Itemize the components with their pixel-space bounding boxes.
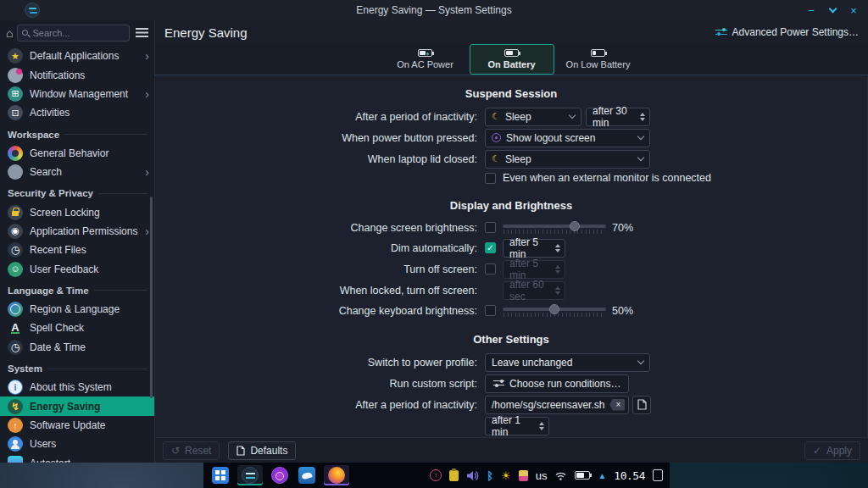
- search-icon: [22, 30, 28, 36]
- minimize-icon[interactable]: −: [805, 4, 817, 16]
- inactivity-action-dropdown[interactable]: ☾ Sleep: [485, 108, 581, 126]
- sidebar-item-notifications[interactable]: Notifications: [0, 65, 154, 84]
- sidebar-item-energy-saving[interactable]: ↯ Energy Saving: [0, 396, 154, 415]
- clock-icon: ◷: [8, 242, 23, 258]
- star-icon: ★: [8, 48, 23, 64]
- search-settings-icon: [8, 164, 23, 180]
- sidebar-scrollbar[interactable]: [150, 197, 153, 398]
- autostart-icon: [8, 456, 23, 463]
- power-profile-dropdown[interactable]: Leave unchanged: [485, 353, 650, 372]
- sidebar-item-spell-check[interactable]: A Spell Check: [0, 319, 154, 337]
- spin-down-icon[interactable]: [539, 427, 544, 430]
- choose-run-conditions-button[interactable]: Choose run conditions…: [485, 374, 629, 393]
- script-delay-spinner[interactable]: after 1 min: [485, 417, 549, 435]
- section-title-other-settings: Other Settings: [155, 333, 867, 346]
- reset-button[interactable]: ↺ Reset: [163, 441, 220, 460]
- tray-app-icon[interactable]: [519, 470, 528, 481]
- hamburger-menu-icon[interactable]: [136, 28, 148, 37]
- page-title: Energy Saving: [164, 25, 248, 40]
- inactivity-delay-spinner[interactable]: after 30 min: [586, 108, 650, 126]
- spin-down-icon[interactable]: [640, 118, 645, 121]
- tray-expand-icon[interactable]: ▲: [598, 471, 606, 480]
- spin-up-icon[interactable]: [640, 113, 645, 116]
- spin-up-icon[interactable]: [539, 422, 544, 425]
- tabbar: On AC Power On Battery On Low Battery: [155, 44, 868, 75]
- permissions-icon: ◉: [8, 224, 23, 239]
- sidebar-item-general-behavior[interactable]: General Behavior: [0, 144, 154, 163]
- section-header-system: System: [0, 357, 154, 378]
- sidebar-item-autostart[interactable]: Autostart: [0, 454, 154, 463]
- script-path-input[interactable]: ×: [485, 396, 629, 414]
- tab-on-low-battery[interactable]: On Low Battery: [556, 44, 641, 75]
- sidebar-item-application-permissions[interactable]: ◉ Application Permissions ›: [0, 222, 154, 241]
- window-title: Energy Saving — System Settings: [356, 4, 511, 16]
- external-monitor-checkbox[interactable]: [485, 173, 496, 184]
- section-title-display-brightness: Display and Brightness: [155, 199, 867, 212]
- tray-brightness-icon[interactable]: ☀: [501, 469, 511, 482]
- sidebar-item-window-management[interactable]: ⊞ Window Management ›: [0, 85, 154, 103]
- taskbar-dolphin-icon[interactable]: [297, 465, 317, 485]
- spin-up-icon[interactable]: [555, 244, 560, 247]
- tray-keyboard-layout[interactable]: us: [536, 469, 548, 482]
- sidebar-item-date-time[interactable]: ◷ Date & Time: [0, 338, 154, 357]
- content: Energy Saving Advanced Power Settings… O…: [155, 20, 868, 463]
- show-desktop-icon[interactable]: [653, 469, 663, 481]
- sidebar-item-activities[interactable]: ⊡ Activities: [0, 103, 154, 122]
- logout-icon: [492, 133, 501, 142]
- lid-action-dropdown[interactable]: ☾ Sleep: [485, 150, 650, 169]
- general-behavior-icon: [8, 146, 23, 161]
- slider-handle[interactable]: [549, 304, 559, 314]
- tray-clipboard-icon[interactable]: [449, 470, 459, 481]
- dim-automatically-checkbox[interactable]: ✓: [485, 242, 496, 253]
- home-icon[interactable]: ⌂: [6, 27, 13, 39]
- keyboard-brightness-slider[interactable]: [503, 303, 606, 319]
- users-icon: [8, 436, 23, 452]
- spin-down-icon[interactable]: [555, 249, 560, 252]
- settings-form: Suspend Session After a period of inacti…: [155, 75, 868, 437]
- sidebar-item-screen-locking[interactable]: Screen Locking: [0, 202, 154, 221]
- taskbar-purple-app-icon[interactable]: [270, 465, 290, 485]
- keyboard-brightness-checkbox[interactable]: [485, 305, 496, 316]
- apply-button[interactable]: ✓ Apply: [804, 441, 860, 460]
- clock-icon: ◷: [8, 340, 23, 355]
- sidebar-item-software-update[interactable]: ↑ Software Update: [0, 416, 154, 435]
- screen-brightness-slider[interactable]: [503, 220, 606, 236]
- sidebar-item-users[interactable]: Users: [0, 435, 154, 453]
- sleep-icon: ☾: [492, 154, 500, 164]
- tray-update-icon[interactable]: ↑: [430, 469, 442, 481]
- taskbar-firefox-icon[interactable]: [324, 465, 349, 485]
- advanced-power-settings-button[interactable]: Advanced Power Settings…: [715, 26, 859, 38]
- clear-text-icon[interactable]: ×: [609, 399, 625, 411]
- sleep-icon: ☾: [492, 112, 500, 121]
- turn-off-screen-checkbox[interactable]: [485, 263, 496, 274]
- energy-icon: ↯: [8, 399, 23, 414]
- browse-file-button[interactable]: [632, 396, 651, 414]
- sidebar: ⌂ ★ Default Applications › Notifications: [0, 20, 155, 463]
- activities-icon: ⊡: [8, 105, 23, 120]
- sidebar-item-about-this-system[interactable]: i About this System: [0, 378, 154, 396]
- power-button-action-dropdown[interactable]: Show logout screen: [485, 129, 650, 147]
- dim-delay-spinner[interactable]: after 5 min: [503, 239, 565, 258]
- maximize-icon[interactable]: [826, 4, 838, 16]
- sidebar-item-region-language[interactable]: Region & Language: [0, 300, 154, 319]
- screen-brightness-checkbox[interactable]: [485, 222, 496, 233]
- tab-on-battery[interactable]: On Battery: [470, 44, 554, 75]
- tray-wifi-icon[interactable]: [554, 471, 567, 480]
- taskbar-system-settings-icon[interactable]: [237, 465, 263, 485]
- search-input[interactable]: [32, 28, 125, 38]
- clock[interactable]: 10.54: [614, 469, 645, 482]
- sidebar-item-user-feedback[interactable]: ☺ User Feedback: [0, 260, 154, 279]
- tray-battery-icon[interactable]: [575, 471, 590, 480]
- search-box[interactable]: [17, 25, 130, 42]
- tab-on-ac-power[interactable]: On AC Power: [383, 44, 468, 75]
- close-icon[interactable]: ×: [848, 4, 860, 16]
- slider-handle[interactable]: [570, 221, 580, 231]
- defaults-button[interactable]: Defaults: [228, 441, 296, 460]
- tray-volume-icon[interactable]: [466, 470, 479, 481]
- app-launcher-icon[interactable]: [210, 465, 231, 485]
- sidebar-item-search[interactable]: Search ›: [0, 163, 154, 181]
- lock-icon: [8, 205, 23, 220]
- sidebar-item-recent-files[interactable]: ◷ Recent Files: [0, 241, 154, 259]
- sidebar-item-default-applications[interactable]: ★ Default Applications ›: [0, 47, 154, 65]
- tray-bluetooth-icon[interactable]: ᛒ: [487, 469, 493, 482]
